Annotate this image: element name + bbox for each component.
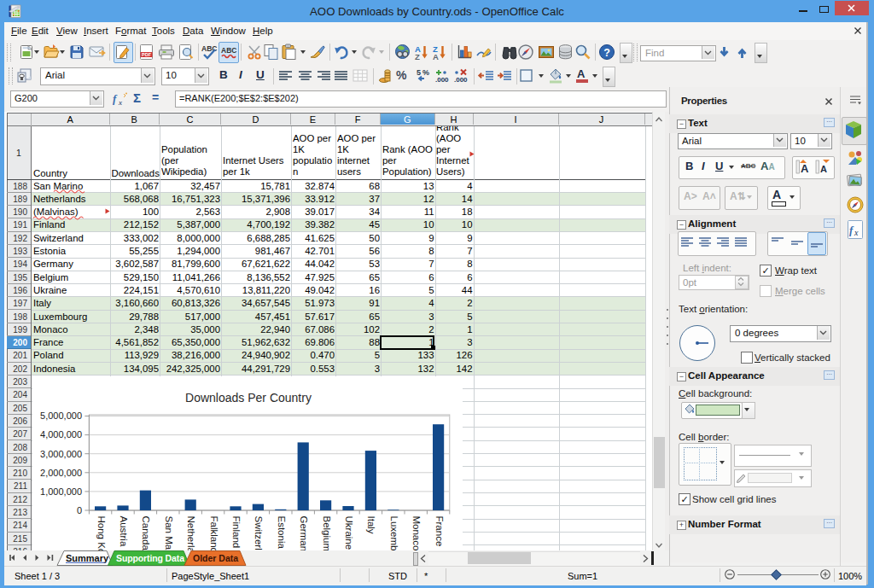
svg-text:f: f [113,92,118,105]
svg-text:.000: .000 [435,76,449,84]
svg-text:?: ? [603,47,610,59]
svg-text:x: x [854,228,859,237]
svg-text:A: A [820,164,827,174]
svg-text:A: A [433,52,439,61]
svg-text:%: % [422,68,429,77]
svg-text:Supporting Data: Supporting Data [116,553,184,563]
svg-text:Summary: Summary [66,553,109,563]
svg-text:Older Data: Older Data [193,553,238,563]
svg-text:5: 5 [417,68,421,77]
svg-text:Z: Z [415,52,420,61]
svg-text:.000: .000 [454,76,468,84]
svg-text:PDF: PDF [142,52,152,57]
svg-text:x: x [118,98,122,107]
svg-text:ABC: ABC [201,44,217,53]
svg-text:A: A [801,162,809,175]
svg-text:ABC: ABC [221,46,236,55]
